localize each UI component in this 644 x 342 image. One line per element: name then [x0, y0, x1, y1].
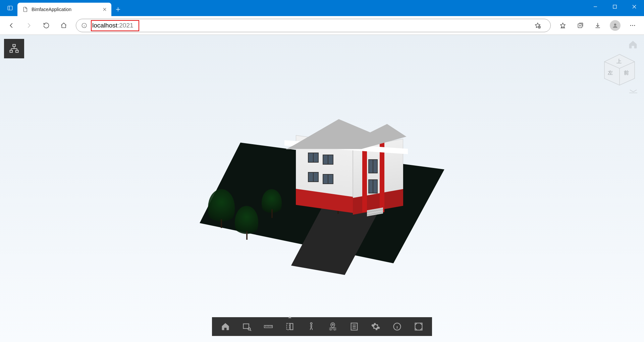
- toolbar-home-button[interactable]: [216, 317, 235, 336]
- favorites-button[interactable]: [555, 18, 571, 33]
- svg-rect-26: [10, 50, 13, 52]
- window-controls: [586, 0, 644, 16]
- tab-title: BimfaceApplication: [32, 7, 98, 12]
- profile-button[interactable]: [607, 18, 623, 33]
- toolbar-measure-button[interactable]: [259, 317, 278, 336]
- refresh-button[interactable]: [38, 18, 54, 33]
- svg-point-23: [632, 25, 633, 26]
- viewer-canvas[interactable]: 上 左 前: [0, 35, 644, 342]
- svg-rect-35: [244, 324, 249, 329]
- svg-rect-25: [13, 45, 15, 47]
- address-bar[interactable]: localhost:2021: [76, 19, 551, 32]
- svg-point-22: [630, 25, 631, 26]
- svg-point-46: [310, 323, 312, 324]
- toolbar-info-button[interactable]: [388, 317, 407, 336]
- toolbar-map-button[interactable]: [323, 317, 342, 336]
- toolbar-properties-button[interactable]: [345, 317, 364, 336]
- browser-tab[interactable]: BimfaceApplication: [17, 3, 111, 16]
- svg-rect-7: [613, 5, 616, 8]
- svg-point-24: [634, 25, 635, 26]
- svg-rect-44: [287, 324, 289, 330]
- view-gadgets: 上 左 前: [601, 40, 638, 94]
- dropdown-caret-icon: [288, 317, 291, 318]
- site-info-icon[interactable]: [81, 22, 88, 29]
- window-close-button[interactable]: [625, 0, 644, 13]
- svg-point-47: [332, 324, 333, 325]
- url-port: :2021: [117, 22, 133, 29]
- tree: [262, 189, 282, 216]
- downloads-button[interactable]: [590, 18, 606, 33]
- forward-button[interactable]: [21, 18, 37, 33]
- viewcube-left-face[interactable]: 左: [608, 70, 613, 76]
- viewcube-home-button[interactable]: [628, 40, 638, 50]
- building-model: [296, 116, 403, 213]
- window-maximize-button[interactable]: [605, 0, 625, 13]
- tab-strip: BimfaceApplication: [0, 0, 125, 16]
- toolbar-walk-button[interactable]: [302, 317, 321, 336]
- tab-close-button[interactable]: [101, 6, 108, 13]
- svg-rect-0: [8, 6, 12, 10]
- add-favorite-button[interactable]: [530, 18, 546, 33]
- toolbar-section-button[interactable]: [280, 317, 299, 336]
- svg-point-36: [248, 328, 251, 330]
- url-host: localhost: [92, 22, 117, 29]
- svg-line-37: [250, 330, 251, 331]
- tree: [208, 189, 235, 226]
- viewcube-front-face[interactable]: 前: [624, 70, 629, 76]
- menu-button[interactable]: [625, 18, 641, 33]
- avatar-icon: [610, 20, 621, 31]
- browser-title-bar: BimfaceApplication: [0, 0, 644, 16]
- model-tree-button[interactable]: [4, 39, 24, 58]
- svg-rect-45: [290, 324, 293, 330]
- toolbar-settings-button[interactable]: [366, 317, 385, 336]
- page-icon: [22, 6, 28, 12]
- svg-point-21: [614, 23, 616, 26]
- back-button[interactable]: [3, 18, 19, 33]
- svg-rect-27: [16, 50, 18, 52]
- toolbar-fullscreen-button[interactable]: [409, 317, 428, 336]
- new-tab-button[interactable]: [111, 3, 125, 16]
- viewcube-expand-button[interactable]: [629, 89, 638, 94]
- home-button[interactable]: [56, 18, 72, 33]
- browser-toolbar: localhost:2021: [0, 16, 644, 35]
- view-cube[interactable]: 上 左 前: [601, 52, 638, 86]
- collections-button[interactable]: [572, 18, 588, 33]
- tree: [235, 206, 258, 238]
- toolbar-zoom-rect-button[interactable]: [237, 317, 256, 336]
- model-scene: [158, 78, 486, 286]
- viewer-toolbar: [212, 317, 432, 336]
- tab-actions-button[interactable]: [3, 1, 17, 15]
- window-minimize-button[interactable]: [586, 0, 605, 13]
- url-text[interactable]: localhost:2021: [91, 21, 135, 30]
- viewcube-top-face[interactable]: 上: [616, 58, 622, 65]
